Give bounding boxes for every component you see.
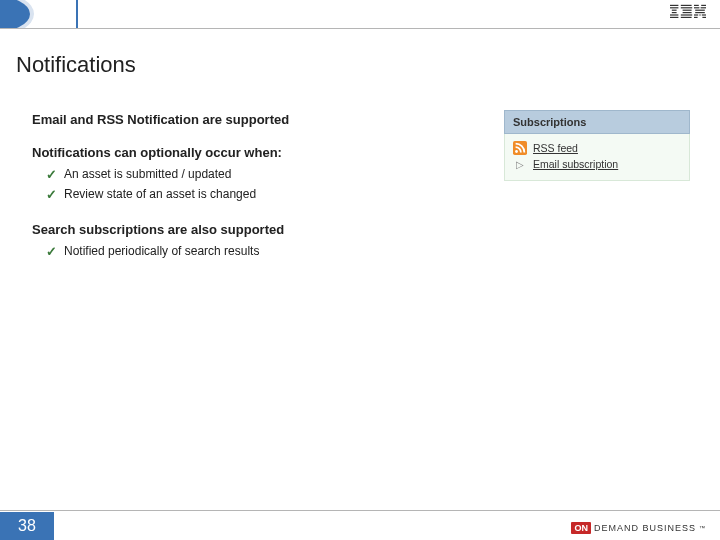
list-item-label: Notified periodically of search results	[64, 244, 259, 258]
svg-rect-13	[683, 12, 692, 13]
svg-rect-6	[672, 10, 677, 11]
svg-rect-21	[700, 10, 705, 11]
svg-rect-10	[681, 5, 692, 6]
svg-rect-8	[670, 14, 678, 15]
page-number: 38	[0, 512, 54, 540]
svg-rect-12	[683, 10, 692, 11]
check-icon: ✓	[46, 244, 57, 259]
svg-rect-23	[694, 14, 698, 15]
list-item: ✓Review state of an asset is changed	[46, 184, 432, 204]
header-divider	[0, 28, 720, 29]
header-bar	[0, 0, 720, 28]
triangle-right-icon: ▷	[513, 157, 527, 171]
svg-point-29	[515, 150, 518, 153]
svg-rect-14	[681, 14, 692, 15]
bullets-when: ✓An asset is submitted / updated ✓Review…	[46, 164, 432, 204]
on-demand-business-logo: ON DEMAND BUSINESS ™	[571, 522, 706, 534]
email-subscription-row: ▷ Email subscription	[513, 156, 681, 172]
svg-rect-27	[702, 17, 706, 18]
list-item-label: Review state of an asset is changed	[64, 187, 256, 201]
list-item: ✓An asset is submitted / updated	[46, 164, 432, 184]
footer-bar: 38 ON DEMAND BUSINESS ™	[0, 510, 720, 540]
svg-rect-2	[34, 4, 62, 24]
svg-rect-5	[670, 7, 678, 8]
main-content: Email and RSS Notification are supported…	[32, 112, 432, 279]
svg-rect-4	[670, 5, 678, 6]
subscriptions-header: Subscriptions	[504, 110, 690, 134]
svg-rect-11	[681, 7, 692, 8]
page-title: Notifications	[16, 52, 136, 78]
svg-rect-22	[695, 12, 705, 13]
heading-email-rss: Email and RSS Notification are supported	[32, 112, 432, 127]
heading-search-subs: Search subscriptions are also supported	[32, 222, 432, 237]
rss-feed-row: RSS feed	[513, 140, 681, 156]
svg-rect-19	[701, 7, 706, 8]
svg-rect-24	[699, 14, 700, 15]
svg-rect-15	[681, 17, 692, 18]
bullets-search: ✓Notified periodically of search results	[46, 241, 432, 261]
check-icon: ✓	[46, 167, 57, 182]
list-item: ✓Notified periodically of search results	[46, 241, 432, 261]
check-icon: ✓	[46, 187, 57, 202]
list-item-label: An asset is submitted / updated	[64, 167, 231, 181]
demand-text: DEMAND BUSINESS	[594, 523, 696, 533]
svg-rect-7	[672, 12, 677, 13]
svg-rect-16	[694, 5, 699, 6]
on-badge: ON	[571, 522, 591, 534]
heading-when: Notifications can optionally occur when:	[32, 145, 432, 160]
svg-rect-28	[513, 141, 527, 155]
rss-icon	[513, 141, 527, 155]
svg-rect-3	[76, 0, 78, 28]
email-subscription-link[interactable]: Email subscription	[533, 158, 618, 170]
svg-rect-18	[694, 7, 699, 8]
header-decoration	[0, 0, 140, 28]
ibm-logo	[670, 4, 706, 20]
rss-feed-link[interactable]: RSS feed	[533, 142, 578, 154]
svg-rect-9	[670, 17, 678, 18]
trademark-icon: ™	[699, 525, 706, 531]
svg-rect-17	[701, 5, 706, 6]
svg-rect-26	[694, 17, 698, 18]
subscriptions-panel: Subscriptions RSS feed ▷ Email subscript…	[504, 110, 690, 181]
svg-rect-20	[695, 10, 700, 11]
subscriptions-body: RSS feed ▷ Email subscription	[504, 134, 690, 181]
svg-rect-25	[702, 14, 706, 15]
